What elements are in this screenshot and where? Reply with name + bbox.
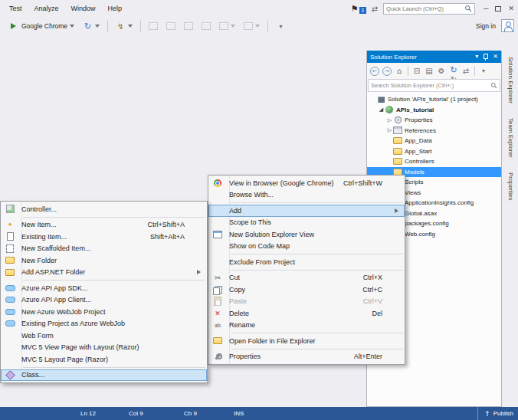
grid-icon bbox=[184, 22, 193, 30]
menu-window[interactable]: Window bbox=[65, 2, 102, 15]
project-icon bbox=[385, 105, 394, 114]
menu-item-label: Show on Code Map bbox=[229, 242, 290, 250]
table-button[interactable] bbox=[241, 20, 263, 32]
tree-item-app-start[interactable]: App_Start bbox=[367, 146, 501, 157]
submenu-item-class[interactable]: Class... bbox=[1, 369, 207, 382]
context-menu-item-open-folder-in-file-explorer[interactable]: Open Folder in File Explorer bbox=[208, 335, 405, 347]
context-menu-item-paste[interactable]: PasteCtrl+V bbox=[208, 296, 405, 308]
forward-icon[interactable] bbox=[382, 67, 392, 76]
submenu-item-azure-api-app-sdk[interactable]: Azure API App SDK... bbox=[1, 282, 207, 294]
submenu-item-azure-api-app-client[interactable]: Azure API App Client... bbox=[1, 294, 207, 307]
menu-test[interactable]: Test bbox=[3, 2, 28, 15]
expander-icon[interactable]: ▷ bbox=[386, 127, 393, 133]
tree-item-label: Views bbox=[405, 189, 421, 196]
user-avatar-icon[interactable] bbox=[501, 19, 514, 32]
solution-explorer-search-input[interactable] bbox=[371, 82, 490, 89]
submenu-item-new-azure-webjob-project[interactable]: New Azure WebJob Project bbox=[1, 306, 207, 318]
context-menu-item-copy[interactable]: CopyCtrl+C bbox=[208, 284, 405, 296]
menu-item-label: Copy bbox=[229, 286, 245, 294]
tree-item-controllers[interactable]: Controllers bbox=[367, 156, 501, 167]
tree-item-apis-tutorial[interactable]: ◢APIs_tutorial bbox=[367, 105, 501, 116]
publish-arrow-icon: ↑ bbox=[484, 410, 490, 418]
maximize-button[interactable] bbox=[495, 6, 501, 11]
play-icon bbox=[11, 23, 19, 29]
toolbar-button-label: Google Chrome bbox=[21, 22, 67, 30]
context-menu-item-browse-with[interactable]: Browse With... bbox=[208, 189, 405, 202]
home-icon[interactable] bbox=[394, 65, 405, 77]
caret-icon[interactable] bbox=[478, 65, 489, 77]
submenu-item-controller[interactable]: Controller... bbox=[1, 203, 207, 215]
context-menu-item-delete[interactable]: DeleteDel bbox=[208, 307, 405, 320]
references-icon bbox=[393, 126, 402, 135]
titlebar-right: ⚑ 3 ⇄ ─ ✕ bbox=[351, 0, 514, 17]
expander-icon[interactable]: ▷ bbox=[386, 117, 393, 123]
minimize-button[interactable]: ─ bbox=[484, 5, 488, 12]
context-menu-item-show-on-code-map[interactable]: Show on Code Map bbox=[208, 241, 405, 253]
play-button[interactable]: Google Chrome bbox=[5, 20, 77, 32]
submenu-item-add-asp-net-folder[interactable]: Add ASP.NET Folder bbox=[1, 267, 207, 279]
publish-button[interactable]: ↑ Publish bbox=[477, 407, 513, 420]
grid-button[interactable] bbox=[163, 20, 179, 32]
close-icon[interactable]: ✕ bbox=[493, 54, 498, 60]
show-all-files-icon[interactable] bbox=[424, 65, 434, 77]
context-menu-item-cut[interactable]: CutCtrl+X bbox=[208, 272, 405, 284]
tree-item-label: Models bbox=[405, 169, 425, 176]
back-icon[interactable] bbox=[370, 67, 379, 76]
submenu-item-new-scaffolded-item[interactable]: New Scaffolded Item... bbox=[1, 243, 207, 255]
pin-icon[interactable] bbox=[483, 53, 488, 61]
grid-button[interactable] bbox=[198, 20, 214, 32]
tree-item-solution-apis-tutorial-1-project[interactable]: Solution 'APIs_tutorial' (1 project) bbox=[367, 94, 501, 105]
submenu-item-mvc-5-layout-page-razor[interactable]: MVC 5 Layout Page (Razor) bbox=[1, 353, 207, 366]
refresh-icon[interactable]: ↻ bbox=[448, 65, 459, 77]
submenu-item-existing-project-as-azure-webjob[interactable]: Existing Project as Azure WebJob bbox=[1, 318, 207, 330]
collapse-all-icon[interactable] bbox=[411, 65, 422, 77]
grid-button[interactable] bbox=[146, 20, 161, 32]
tree-item-properties[interactable]: ▷Properties bbox=[367, 115, 501, 126]
feedback-icon[interactable]: ⇄ bbox=[372, 5, 378, 13]
submenu-item-mvc-5-view-page-with-layout-razor[interactable]: MVC 5 View Page with Layout (Razor) bbox=[1, 342, 207, 354]
refresh-button[interactable] bbox=[80, 19, 103, 34]
side-tab-properties[interactable]: Properties bbox=[507, 166, 514, 206]
submenu-item-new-item[interactable]: New Item...Ctrl+Shift+A bbox=[1, 219, 207, 231]
submenu-item-web-form[interactable]: Web Form bbox=[1, 330, 207, 342]
side-tab-team-explorer[interactable]: Team Explorer bbox=[507, 112, 514, 164]
context-menu-item-new-solution-explorer-view[interactable]: New Solution Explorer View bbox=[208, 228, 405, 241]
menu-item-label: Existing Item... bbox=[21, 233, 67, 241]
tree-item-label: Controllers bbox=[405, 158, 434, 165]
side-tab-solution-explorer[interactable]: Solution Explorer bbox=[507, 51, 514, 110]
menubar: TestAnalyzeWindowHelp bbox=[3, 2, 128, 15]
bolt-button[interactable] bbox=[113, 19, 136, 34]
context-menu-item-scope-to-this[interactable]: Scope to This bbox=[208, 217, 405, 229]
menu-item-label: Controller... bbox=[21, 205, 57, 213]
overflow-button[interactable] bbox=[273, 19, 289, 34]
context-menu-item-view-in-browser-google-chrome[interactable]: View in Browser (Google Chrome)Ctrl+Shif… bbox=[208, 177, 405, 189]
context-menu-item-properties[interactable]: PropertiesAlt+Enter bbox=[208, 351, 405, 363]
solution-explorer-titlebar[interactable]: Solution Explorer ▾ ✕ bbox=[367, 51, 501, 63]
notifications-button[interactable]: ⚑ 3 bbox=[351, 4, 366, 14]
menu-item-label: Azure API App SDK... bbox=[21, 284, 88, 292]
menu-item-label: New Folder bbox=[21, 257, 57, 264]
context-menu-item-rename[interactable]: Rename bbox=[208, 320, 405, 332]
context-menu-item-add[interactable]: Add bbox=[208, 205, 405, 217]
submenu-item-existing-item[interactable]: Existing Item...Shift+Alt+A bbox=[1, 231, 207, 243]
grid-button[interactable] bbox=[181, 20, 196, 32]
expander-icon[interactable]: ◢ bbox=[378, 107, 385, 113]
chevron-down-icon[interactable]: ▾ bbox=[475, 54, 478, 60]
menu-analyze[interactable]: Analyze bbox=[28, 2, 65, 15]
sign-in-button[interactable]: Sign in bbox=[476, 22, 496, 30]
toolbar-separator bbox=[140, 21, 141, 32]
tree-item-app-data[interactable]: App_Data bbox=[367, 136, 501, 146]
close-button[interactable]: ✕ bbox=[508, 5, 514, 12]
tree-item-references[interactable]: ▷References bbox=[367, 126, 501, 136]
menu-help[interactable]: Help bbox=[102, 2, 129, 15]
submenu-item-new-folder[interactable]: New Folder bbox=[1, 254, 207, 267]
properties-gear-icon[interactable] bbox=[436, 65, 447, 77]
search-icon bbox=[464, 5, 472, 12]
context-menu-item-exclude-from-project[interactable]: Exclude From Project bbox=[208, 256, 405, 268]
quick-launch-input[interactable] bbox=[386, 5, 464, 12]
table-button[interactable] bbox=[216, 20, 238, 32]
dropdown-caret-icon bbox=[95, 25, 100, 30]
sync-icon[interactable] bbox=[461, 65, 471, 77]
menu-separator bbox=[23, 217, 205, 218]
rename-icon bbox=[211, 323, 225, 328]
